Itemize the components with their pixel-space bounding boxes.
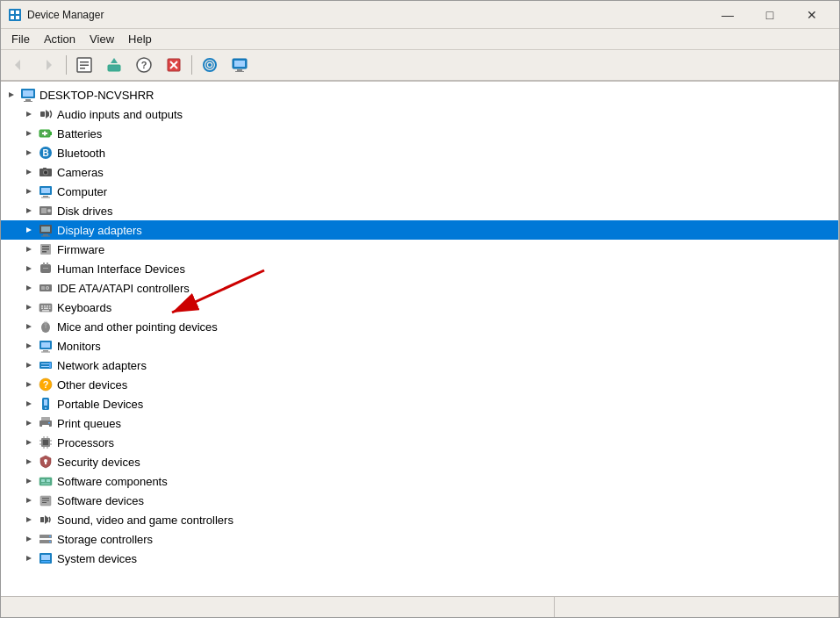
tree-item-display[interactable]: Display adapters xyxy=(1,220,838,240)
expand-disk[interactable] xyxy=(22,204,36,218)
tree-item-portable[interactable]: Portable Devices xyxy=(1,394,838,413)
tree-item-batteries[interactable]: Batteries xyxy=(1,124,838,143)
tree-item-network[interactable]: Network adapters xyxy=(1,356,838,375)
title-bar: Device Manager — □ ✕ xyxy=(1,1,839,29)
tree-item-hid[interactable]: Human Interface Devices xyxy=(1,259,838,278)
expand-other[interactable] xyxy=(22,377,36,392)
status-segment-2 xyxy=(555,597,839,617)
expand-portable[interactable] xyxy=(22,397,36,411)
expand-print[interactable] xyxy=(22,416,36,430)
svg-rect-31 xyxy=(40,111,45,117)
tree-root[interactable]: DESKTOP-NCVSHRR xyxy=(1,85,838,104)
close-button[interactable]: ✕ xyxy=(792,4,832,26)
tree-item-computer[interactable]: Computer xyxy=(1,182,838,201)
tree-item-softwarecomp[interactable]: Software components xyxy=(1,471,838,491)
display-label: Display adapters xyxy=(57,224,142,237)
expand-system[interactable] xyxy=(22,551,36,565)
expand-processors[interactable] xyxy=(22,435,36,449)
expand-cameras[interactable] xyxy=(22,165,36,179)
expand-softwaredev[interactable] xyxy=(22,493,36,507)
svg-marker-54 xyxy=(26,227,32,233)
svg-rect-135 xyxy=(40,517,44,522)
tree-item-cameras[interactable]: Cameras xyxy=(1,162,838,182)
svg-rect-27 xyxy=(23,90,33,97)
svg-point-140 xyxy=(49,541,51,543)
svg-marker-69 xyxy=(26,285,32,291)
tree-item-keyboards[interactable]: Keyboards xyxy=(1,298,838,317)
svg-rect-80 xyxy=(41,308,43,310)
menu-file[interactable]: File xyxy=(4,31,37,47)
tree-item-audio[interactable]: Audio inputs and outputs xyxy=(1,104,838,124)
tree-item-firmware[interactable]: Firmware xyxy=(1,240,838,259)
expand-network[interactable] xyxy=(22,358,36,372)
expand-sound[interactable] xyxy=(22,513,36,527)
svg-rect-24 xyxy=(235,71,244,72)
disk-icon xyxy=(38,204,54,218)
tree-item-monitors[interactable]: Monitors xyxy=(1,336,838,356)
device-manager-window: Device Manager — □ ✕ File Action View He… xyxy=(0,0,840,618)
expand-mice[interactable] xyxy=(22,320,36,334)
tree-item-processors[interactable]: Processors xyxy=(1,433,838,452)
tree-item-ide[interactable]: IDE ATA/ATAPI controllers xyxy=(1,278,838,298)
forward-button[interactable] xyxy=(34,53,62,77)
expand-batteries[interactable] xyxy=(22,126,36,140)
svg-text:?: ? xyxy=(141,60,147,70)
svg-marker-93 xyxy=(26,363,32,368)
svg-rect-92 xyxy=(41,352,50,353)
softwarecomp-label: Software components xyxy=(57,475,168,488)
tree-item-print[interactable]: Print queues xyxy=(1,413,838,433)
tree-item-storage[interactable]: Storage controllers xyxy=(1,529,838,549)
expand-ide[interactable] xyxy=(22,281,36,295)
expand-root[interactable] xyxy=(4,88,18,102)
tree-item-disk[interactable]: Disk drives xyxy=(1,201,838,220)
tree-item-security[interactable]: Security devices xyxy=(1,452,838,471)
expand-keyboards[interactable] xyxy=(22,300,36,314)
status-bar xyxy=(1,596,839,617)
expand-firmware[interactable] xyxy=(22,242,36,256)
network-label: Network adapters xyxy=(57,359,147,372)
help-button[interactable]: ? xyxy=(130,53,158,77)
expand-softwarecomp[interactable] xyxy=(22,474,36,488)
softwaredev-label: Software devices xyxy=(57,494,144,507)
firmware-icon xyxy=(38,242,54,256)
tree-item-softwaredev[interactable]: Software devices xyxy=(1,491,838,510)
svg-text:B: B xyxy=(42,148,48,158)
other-icon: ? xyxy=(38,377,54,392)
minimize-button[interactable]: — xyxy=(707,4,748,26)
tree-item-sound[interactable]: Sound, video and game controllers xyxy=(1,510,838,529)
tree-item-other[interactable]: ? Other devices xyxy=(1,375,838,394)
svg-rect-123 xyxy=(45,462,47,464)
computer-root-icon xyxy=(20,88,36,102)
maximize-button[interactable]: □ xyxy=(750,4,790,26)
properties-button[interactable] xyxy=(70,53,98,77)
expand-audio[interactable] xyxy=(22,107,36,121)
monitor-button[interactable] xyxy=(226,53,254,77)
tree-item-system[interactable]: System devices xyxy=(1,549,838,568)
expand-display[interactable] xyxy=(22,223,36,237)
tree-item-mice[interactable]: Mice and other pointing devices xyxy=(1,317,838,336)
svg-rect-82 xyxy=(49,308,51,310)
menu-help[interactable]: Help xyxy=(121,31,159,47)
scan-button[interactable] xyxy=(196,53,224,77)
update-driver-button[interactable] xyxy=(100,53,128,77)
menu-action[interactable]: Action xyxy=(37,31,83,47)
hid-label: Human Interface Devices xyxy=(57,262,185,276)
uninstall-button[interactable] xyxy=(160,53,188,77)
expand-hid[interactable] xyxy=(22,262,36,276)
softwaredev-icon xyxy=(38,493,54,507)
svg-rect-143 xyxy=(41,555,50,560)
svg-rect-132 xyxy=(42,500,49,501)
menu-view[interactable]: View xyxy=(83,31,121,47)
expand-security[interactable] xyxy=(22,455,36,469)
tree-panel[interactable]: DESKTOP-NCVSHRR Audio inputs and outputs xyxy=(1,82,839,596)
svg-point-43 xyxy=(44,171,47,175)
expand-monitors[interactable] xyxy=(22,339,36,353)
back-button[interactable] xyxy=(4,53,32,77)
svg-rect-28 xyxy=(25,99,31,101)
expand-computer[interactable] xyxy=(22,184,36,198)
tree-item-bluetooth[interactable]: B Bluetooth xyxy=(1,143,838,162)
window-controls: — □ ✕ xyxy=(707,4,832,26)
expand-storage[interactable] xyxy=(22,532,36,546)
expand-bluetooth[interactable] xyxy=(22,146,36,160)
svg-rect-133 xyxy=(42,502,47,503)
